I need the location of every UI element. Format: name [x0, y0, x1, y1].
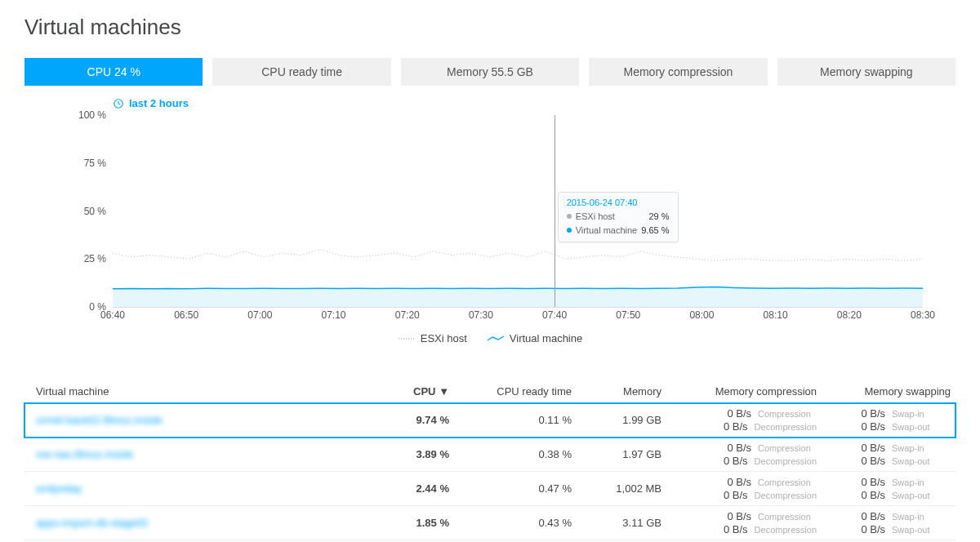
- cell-cpu: 3.89 %: [351, 448, 449, 460]
- cell-ready: 0.38 %: [449, 448, 572, 460]
- chart-tooltip: 2015-06-24 07:40 ESXi host29 %Virtual ma…: [558, 192, 679, 242]
- table-row[interactable]: urmel-back02.l9muc.inside9.74 %0.11 %1.9…: [24, 403, 956, 438]
- table-row[interactable]: smtprelay2.44 %0.47 %1,002 MB0 B/sCompre…: [24, 472, 956, 506]
- y-tick: 100 %: [70, 109, 106, 121]
- chart-plot-area[interactable]: 0 %25 %50 %75 %100 % 2015-06-24 07:40 ES…: [113, 115, 923, 308]
- x-tick: 07:00: [247, 309, 272, 321]
- col-header-memory[interactable]: Memory: [572, 385, 662, 398]
- cell-compression: 0 B/sCompression0 B/sDecompression: [662, 442, 825, 467]
- sort-desc-icon: ▼: [439, 385, 449, 398]
- col-header-compression[interactable]: Memory compression: [662, 385, 825, 398]
- col-header-cpu[interactable]: CPU ▼: [351, 385, 449, 398]
- cell-memory: 1,002 MB: [572, 482, 662, 495]
- chart-x-axis: 06:4006:5007:0007:1007:2007:3007:4007:50…: [113, 309, 923, 326]
- cell-cpu: 9.74 %: [351, 414, 449, 426]
- cell-memory: 3.11 GB: [572, 517, 662, 529]
- cell-cpu: 2.44 %: [351, 482, 449, 495]
- legend-item[interactable]: Virtual machine: [487, 332, 582, 344]
- table-header-row: Virtual machine CPU ▼ CPU ready time Mem…: [24, 385, 956, 403]
- cell-swapping: 0 B/sSwap-in0 B/sSwap-out: [825, 510, 962, 535]
- tooltip-row: ESXi host29 %: [567, 210, 670, 224]
- x-tick: 08:20: [837, 309, 862, 321]
- tab-2[interactable]: Memory 55.5 GB: [401, 58, 579, 86]
- col-header-ready[interactable]: CPU ready time: [449, 385, 572, 398]
- cell-compression: 0 B/sCompression0 B/sDecompression: [662, 510, 825, 535]
- vm-link[interactable]: smtprelay: [36, 482, 82, 495]
- cell-swapping: 0 B/sSwap-in0 B/sSwap-out: [825, 476, 962, 501]
- chart-svg: [113, 115, 923, 307]
- tooltip-timestamp: 2015-06-24 07:40: [567, 198, 670, 207]
- cell-ready: 0.11 %: [449, 414, 572, 426]
- vm-link[interactable]: urmel-back02.l9muc.inside: [36, 414, 163, 426]
- y-tick: 75 %: [70, 158, 106, 169]
- tab-4[interactable]: Memory swapping: [777, 58, 956, 86]
- metric-tabs: CPU 24 %CPU ready timeMemory 55.5 GBMemo…: [24, 58, 956, 86]
- cell-ready: 0.47 %: [449, 482, 572, 495]
- cell-ready: 0.43 %: [449, 517, 572, 529]
- tab-0[interactable]: CPU 24 %: [24, 58, 203, 86]
- tab-1[interactable]: CPU ready time: [212, 58, 390, 86]
- x-tick: 08:00: [689, 309, 714, 321]
- vm-link[interactable]: apps-import-db-stage02: [36, 517, 149, 529]
- cell-compression: 0 B/sCompression0 B/sDecompression: [662, 407, 825, 433]
- y-tick: 25 %: [70, 253, 106, 264]
- y-tick: 50 %: [70, 206, 106, 217]
- x-tick: 07:10: [322, 309, 346, 321]
- legend-item[interactable]: ESXi host: [398, 332, 467, 344]
- cell-swapping: 0 B/sSwap-in0 B/sSwap-out: [825, 442, 962, 467]
- col-header-swapping[interactable]: Memory swapping: [825, 385, 962, 398]
- cell-cpu: 1.85 %: [351, 517, 449, 529]
- x-tick: 08:30: [911, 309, 935, 321]
- table-row[interactable]: me-nas.l9muc.inside3.89 %0.38 %1.97 GB0 …: [24, 438, 956, 472]
- cell-compression: 0 B/sCompression0 B/sDecompression: [662, 476, 825, 501]
- cell-swapping: 0 B/sSwap-in0 B/sSwap-out: [825, 407, 962, 433]
- col-header-vm[interactable]: Virtual machine: [24, 385, 351, 398]
- page-title: Virtual machines: [24, 15, 956, 40]
- x-tick: 07:50: [616, 309, 640, 321]
- x-tick: 07:30: [469, 309, 493, 321]
- timerange-selector[interactable]: last 2 hours: [113, 97, 189, 109]
- tooltip-row: Virtual machine9.65 %: [567, 224, 670, 238]
- cell-memory: 1.99 GB: [572, 414, 662, 426]
- x-tick: 06:50: [174, 309, 198, 321]
- table-row[interactable]: apps-import-db-stage021.85 %0.43 %3.11 G…: [24, 506, 956, 540]
- timerange-label: last 2 hours: [129, 97, 189, 109]
- x-tick: 07:20: [395, 309, 420, 321]
- clock-icon: [113, 98, 124, 109]
- chart-legend: ESXi hostVirtual machine: [24, 332, 956, 344]
- tab-3[interactable]: Memory compression: [589, 58, 767, 86]
- chart-hover-line: [555, 115, 555, 307]
- vm-table: Virtual machine CPU ▼ CPU ready time Mem…: [24, 385, 956, 540]
- chart-container: last 2 hours 0 %25 %50 %75 %100 % 2015-0…: [24, 97, 956, 326]
- x-tick: 06:40: [100, 309, 125, 321]
- x-tick: 07:40: [542, 309, 567, 321]
- vm-link[interactable]: me-nas.l9muc.inside: [36, 448, 133, 460]
- x-tick: 08:10: [764, 309, 788, 321]
- cell-memory: 1.97 GB: [572, 448, 662, 460]
